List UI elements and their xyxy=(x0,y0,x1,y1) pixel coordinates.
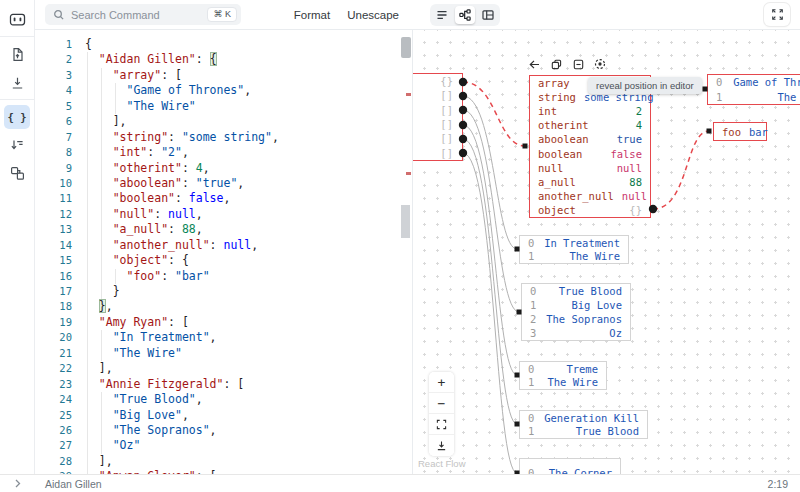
line-number: 11 xyxy=(35,191,72,206)
code-text: }, xyxy=(35,299,412,314)
code-line-13: 13"a_null": 88, xyxy=(35,222,412,237)
node-toolbar xyxy=(527,57,607,71)
indent-guide xyxy=(87,392,88,407)
code-line-12: 12"null": null, xyxy=(35,207,412,222)
graph-node-the-corner[interactable]: 0The Corner xyxy=(519,458,621,474)
line-number: 28 xyxy=(35,454,72,469)
code-line-25: 25"Big Love", xyxy=(35,408,412,423)
collapse-node-icon[interactable] xyxy=(571,57,585,71)
code-text: "boolean": false, xyxy=(35,191,412,206)
indent-guide xyxy=(101,145,102,160)
code-text: "Oz" xyxy=(35,438,412,453)
code-text: "Annie Fitzgerald": [ xyxy=(35,377,412,392)
graph-node-root[interactable]: {}[][][]rd[][] xyxy=(412,73,463,161)
graph-node-array-values[interactable]: 0Game of Thrones1The Wire xyxy=(707,74,800,105)
node-row: object{} xyxy=(530,203,650,217)
sidebar-divider xyxy=(0,99,34,100)
line-number: 17 xyxy=(35,284,72,299)
node-row: [] xyxy=(412,88,462,102)
code-line-1: 1{ xyxy=(35,37,412,52)
code-line-20: 20"In Treatment", xyxy=(35,330,412,345)
zoom-in-button[interactable]: + xyxy=(429,372,454,393)
graph-toolbar xyxy=(412,0,800,29)
download-icon[interactable] xyxy=(4,70,30,94)
focus-node-icon[interactable] xyxy=(593,57,607,71)
indent-guide xyxy=(101,346,102,361)
line-number: 20 xyxy=(35,330,72,345)
format-button[interactable]: Format xyxy=(294,9,330,21)
panel-toggle-chevron[interactable] xyxy=(0,479,35,488)
indent-guide xyxy=(101,269,102,284)
back-icon[interactable] xyxy=(527,57,541,71)
indent-guide xyxy=(101,253,102,268)
code-line-7: 7"string": "some string", xyxy=(35,130,412,145)
download-image-button[interactable] xyxy=(429,435,454,456)
code-line-8: 8"int": "2", xyxy=(35,145,412,160)
status-bar: Aidan Gillen 2:19 xyxy=(0,474,800,492)
line-number: 15 xyxy=(35,253,72,268)
text-view-button[interactable] xyxy=(432,6,452,24)
indent-guide xyxy=(87,315,88,330)
transform-icon[interactable] xyxy=(4,133,30,157)
app-logo[interactable] xyxy=(4,7,30,31)
graph-node-aidan-gillen[interactable]: arraystringsome stringint2otherint4abool… xyxy=(529,75,651,218)
app-window: { } xyxy=(0,0,800,492)
node-row: {} xyxy=(412,74,462,88)
indent-guide xyxy=(101,222,102,237)
json-braces-icon[interactable]: { } xyxy=(4,105,30,129)
code-line-3: 3"array": [ xyxy=(35,68,412,83)
line-number: 21 xyxy=(35,346,72,361)
fullscreen-button[interactable] xyxy=(764,3,790,26)
code-line-29: 29"Anwan Glover": [ xyxy=(35,469,412,474)
code-text: "int": "2", xyxy=(35,145,412,160)
indent-guide xyxy=(101,238,102,253)
line-number: 12 xyxy=(35,207,72,222)
line-number: 9 xyxy=(35,161,72,176)
graph-view-icon xyxy=(459,9,471,21)
code-line-17: 17} xyxy=(35,284,412,299)
node-row: nullnull xyxy=(530,161,650,175)
unescape-button[interactable]: Unescape xyxy=(347,9,399,21)
code-text: "Amy Ryan": [ xyxy=(35,315,412,330)
graph-node-alexander-skarsgard[interactable]: 0Generation Kill1True Blood xyxy=(519,410,648,439)
line-number: 1 xyxy=(35,37,72,52)
indent-guide xyxy=(101,130,102,145)
copy-icon[interactable] xyxy=(549,57,563,71)
code-text: "a_null": 88, xyxy=(35,222,412,237)
line-number: 2 xyxy=(35,52,72,67)
zoom-out-button[interactable]: − xyxy=(429,393,454,414)
indent-guide xyxy=(87,408,88,423)
node-row: int2 xyxy=(530,104,650,118)
graph-node-amy-ryan[interactable]: 0In Treatment1The Wire xyxy=(519,235,629,264)
node-row: 1The Wire xyxy=(520,376,606,390)
json-editor[interactable]: 1{2"Aidan Gillen": {3"array": [4"Game of… xyxy=(35,30,412,474)
graph-node-anwan-glover[interactable]: 0Treme1The Wire xyxy=(519,361,607,390)
line-number: 6 xyxy=(35,114,72,129)
code-line-27: 27"Oz" xyxy=(35,438,412,453)
fit-view-button[interactable] xyxy=(429,414,454,435)
code-line-19: 19"Amy Ryan": [ xyxy=(35,315,412,330)
code-line-22: 22], xyxy=(35,361,412,376)
graph-view-button[interactable] xyxy=(455,6,475,24)
code-text: "Game of Thrones", xyxy=(35,83,412,98)
search-shortcut: ⌘ K xyxy=(207,7,237,22)
line-number: 5 xyxy=(35,99,72,114)
search-input[interactable]: Search Command ⌘ K xyxy=(45,4,241,25)
editor-overview-ruler xyxy=(399,30,412,474)
fullscreen-icon xyxy=(771,8,784,21)
overview-mark xyxy=(406,172,411,175)
indent-guide xyxy=(87,68,88,83)
indent-guide xyxy=(101,83,102,98)
graph-node-annie-fitzgerald[interactable]: 0True Blood1Big Love2The Sopranos3Oz xyxy=(521,283,631,341)
nodes-icon[interactable] xyxy=(4,161,30,185)
line-number: 26 xyxy=(35,423,72,438)
graph-node-object-foo[interactable]: foobar xyxy=(713,122,767,141)
fit-view-icon xyxy=(436,419,447,430)
line-number: 19 xyxy=(35,315,72,330)
indent-guide xyxy=(101,161,102,176)
editor-scrollbar-thumb[interactable] xyxy=(401,37,411,58)
import-file-icon[interactable] xyxy=(4,42,30,66)
table-view-button[interactable] xyxy=(478,6,498,24)
cursor-position: 2:19 xyxy=(768,478,800,490)
indent-guide xyxy=(87,222,88,237)
